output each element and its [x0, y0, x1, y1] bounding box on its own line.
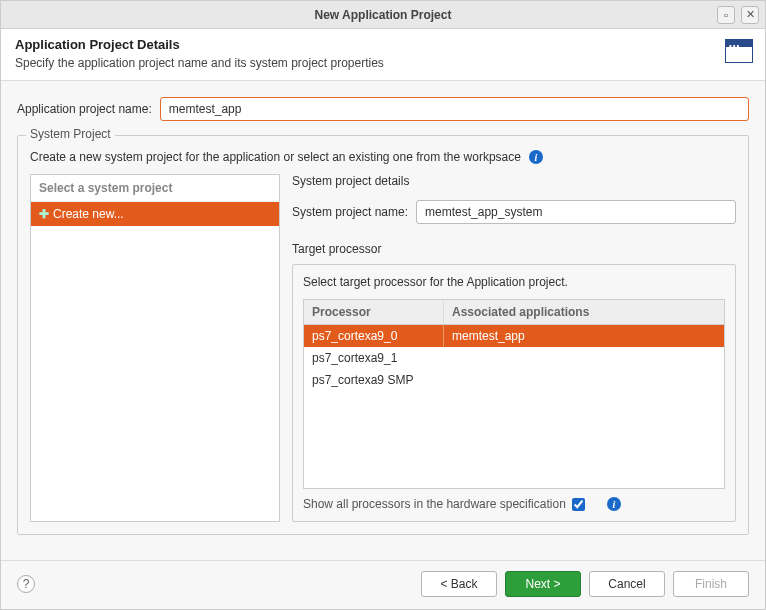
system-project-details: System project details System project na… — [292, 174, 736, 522]
next-button[interactable]: Next > — [505, 571, 581, 597]
table-row[interactable]: ps7_cortexa9_0 memtest_app — [304, 325, 724, 347]
sys-name-input[interactable] — [416, 200, 736, 224]
show-all-checkbox[interactable] — [572, 498, 585, 511]
show-all-label: Show all processors in the hardware spec… — [303, 497, 566, 511]
list-item-label: Create new... — [53, 207, 124, 221]
system-project-group: System Project Create a new system proje… — [17, 135, 749, 535]
plus-icon: ✚ — [39, 207, 49, 221]
col-processor: Processor — [304, 300, 444, 324]
show-all-row: Show all processors in the hardware spec… — [303, 497, 725, 511]
target-heading: Target processor — [292, 242, 736, 256]
titlebar: New Application Project ▫ ✕ — [1, 1, 765, 29]
back-button[interactable]: < Back — [421, 571, 497, 597]
help-icon[interactable]: ? — [17, 575, 35, 593]
application-window-icon: ••• — [725, 39, 753, 63]
group-body: Select a system project ✚ Create new... … — [30, 174, 736, 522]
banner-heading: Application Project Details — [15, 37, 751, 52]
processor-table: Processor Associated applications ps7_co… — [303, 299, 725, 489]
sys-name-label: System project name: — [292, 205, 408, 219]
cell-processor: ps7_cortexa9_0 — [304, 325, 444, 347]
table-row[interactable]: ps7_cortexa9_1 — [304, 347, 724, 369]
close-icon[interactable]: ✕ — [741, 6, 759, 24]
sys-name-row: System project name: — [292, 200, 736, 224]
app-name-row: Application project name: — [17, 97, 749, 121]
cell-processor: ps7_cortexa9_1 — [304, 347, 444, 369]
target-description: Select target processor for the Applicat… — [303, 275, 725, 289]
group-legend: System Project — [26, 127, 115, 141]
list-item-create-new[interactable]: ✚ Create new... — [31, 202, 279, 226]
window-controls: ▫ ✕ — [717, 6, 759, 24]
cell-app: memtest_app — [444, 325, 724, 347]
list-header: Select a system project — [31, 175, 279, 202]
table-body: ps7_cortexa9_0 memtest_app ps7_cortexa9_… — [304, 325, 724, 488]
banner-subtext: Specify the application project name and… — [15, 56, 751, 70]
cell-app — [444, 347, 724, 369]
details-title: System project details — [292, 174, 736, 188]
group-description-row: Create a new system project for the appl… — [30, 150, 736, 164]
col-apps: Associated applications — [444, 300, 724, 324]
finish-button[interactable]: Finish — [673, 571, 749, 597]
target-processor-box: Select target processor for the Applicat… — [292, 264, 736, 522]
table-row[interactable]: ps7_cortexa9 SMP — [304, 369, 724, 391]
dialog-window: New Application Project ▫ ✕ Application … — [0, 0, 766, 610]
app-name-input[interactable] — [160, 97, 749, 121]
window-title: New Application Project — [315, 8, 452, 22]
wizard-banner: Application Project Details Specify the … — [1, 29, 765, 81]
group-description: Create a new system project for the appl… — [30, 150, 521, 164]
button-bar: ? < Back Next > Cancel Finish — [1, 560, 765, 609]
app-name-label: Application project name: — [17, 102, 152, 116]
cell-app — [444, 369, 724, 391]
table-header: Processor Associated applications — [304, 300, 724, 325]
wizard-content: Application project name: System Project… — [1, 81, 765, 560]
info-icon[interactable]: i — [529, 150, 543, 164]
cancel-button[interactable]: Cancel — [589, 571, 665, 597]
system-project-list: Select a system project ✚ Create new... — [30, 174, 280, 522]
cell-processor: ps7_cortexa9 SMP — [304, 369, 444, 391]
info-icon[interactable]: i — [607, 497, 621, 511]
minimize-icon[interactable]: ▫ — [717, 6, 735, 24]
